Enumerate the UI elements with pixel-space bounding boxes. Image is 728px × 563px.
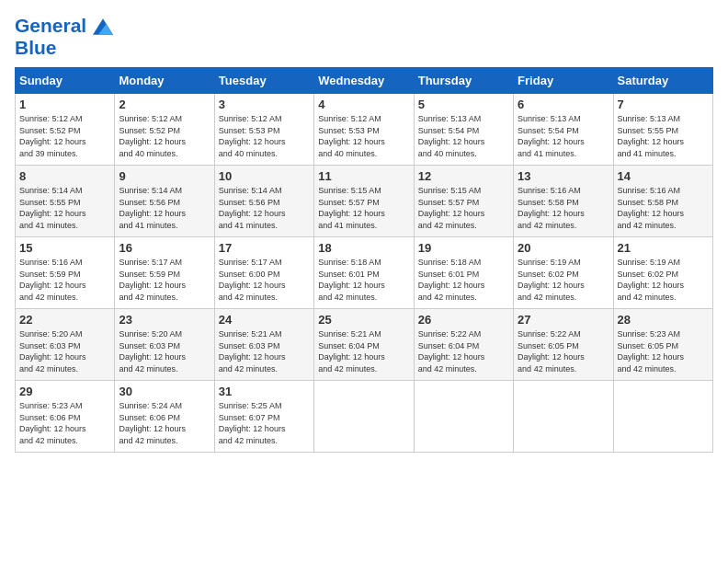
cell-info: Sunrise: 5:16 AMSunset: 5:58 PMDaylight:… bbox=[518, 186, 585, 230]
day-number: 3 bbox=[219, 98, 310, 111]
calendar-cell: 10 Sunrise: 5:14 AMSunset: 5:56 PMDaylig… bbox=[214, 166, 313, 237]
cell-info: Sunrise: 5:12 AMSunset: 5:53 PMDaylight:… bbox=[318, 114, 385, 158]
calendar-cell: 17 Sunrise: 5:17 AMSunset: 6:00 PMDaylig… bbox=[214, 237, 313, 309]
cell-info: Sunrise: 5:13 AMSunset: 5:54 PMDaylight:… bbox=[418, 114, 485, 158]
cell-info: Sunrise: 5:16 AMSunset: 5:58 PMDaylight:… bbox=[618, 186, 685, 230]
cell-info: Sunrise: 5:17 AMSunset: 5:59 PMDaylight:… bbox=[119, 258, 186, 302]
calendar-cell: 23 Sunrise: 5:20 AMSunset: 6:03 PMDaylig… bbox=[115, 309, 214, 381]
day-number: 27 bbox=[518, 313, 609, 327]
day-number: 19 bbox=[418, 241, 509, 255]
day-number: 11 bbox=[318, 169, 409, 183]
weekday-header-row: SundayMondayTuesdayWednesdayThursdayFrid… bbox=[16, 68, 713, 94]
cell-info: Sunrise: 5:23 AMSunset: 6:05 PMDaylight:… bbox=[618, 329, 685, 373]
calendar-cell: 1 Sunrise: 5:12 AMSunset: 5:52 PMDayligh… bbox=[16, 94, 115, 166]
day-number: 26 bbox=[418, 313, 509, 327]
calendar-week-row: 8 Sunrise: 5:14 AMSunset: 5:55 PMDayligh… bbox=[16, 166, 713, 237]
day-number: 22 bbox=[19, 313, 110, 327]
logo-icon bbox=[93, 18, 113, 35]
weekday-header-cell: Monday bbox=[115, 68, 214, 94]
logo-general: General bbox=[15, 15, 86, 36]
calendar-cell: 9 Sunrise: 5:14 AMSunset: 5:56 PMDayligh… bbox=[115, 166, 214, 237]
cell-info: Sunrise: 5:23 AMSunset: 6:06 PMDaylight:… bbox=[19, 401, 86, 445]
calendar-body: 1 Sunrise: 5:12 AMSunset: 5:52 PMDayligh… bbox=[16, 94, 713, 453]
day-number: 10 bbox=[219, 169, 310, 183]
day-number: 31 bbox=[219, 385, 310, 398]
calendar-cell: 27 Sunrise: 5:22 AMSunset: 6:05 PMDaylig… bbox=[514, 309, 613, 381]
cell-info: Sunrise: 5:22 AMSunset: 6:04 PMDaylight:… bbox=[418, 329, 485, 373]
cell-info: Sunrise: 5:19 AMSunset: 6:02 PMDaylight:… bbox=[518, 258, 585, 302]
day-number: 12 bbox=[418, 169, 509, 183]
logo-blue: Blue bbox=[15, 37, 113, 58]
weekday-header-cell: Wednesday bbox=[314, 68, 414, 94]
cell-info: Sunrise: 5:13 AMSunset: 5:55 PMDaylight:… bbox=[618, 114, 685, 158]
calendar-cell: 20 Sunrise: 5:19 AMSunset: 6:02 PMDaylig… bbox=[514, 237, 613, 309]
calendar-cell: 4 Sunrise: 5:12 AMSunset: 5:53 PMDayligh… bbox=[314, 94, 414, 166]
cell-info: Sunrise: 5:13 AMSunset: 5:54 PMDaylight:… bbox=[518, 114, 585, 158]
calendar-cell: 18 Sunrise: 5:18 AMSunset: 6:01 PMDaylig… bbox=[314, 237, 414, 309]
calendar-week-row: 22 Sunrise: 5:20 AMSunset: 6:03 PMDaylig… bbox=[16, 309, 713, 381]
cell-info: Sunrise: 5:19 AMSunset: 6:02 PMDaylight:… bbox=[618, 258, 685, 302]
day-number: 8 bbox=[19, 169, 110, 183]
cell-info: Sunrise: 5:20 AMSunset: 6:03 PMDaylight:… bbox=[119, 329, 186, 373]
cell-info: Sunrise: 5:25 AMSunset: 6:07 PMDaylight:… bbox=[219, 401, 286, 445]
cell-info: Sunrise: 5:18 AMSunset: 6:01 PMDaylight:… bbox=[318, 258, 385, 302]
day-number: 14 bbox=[618, 169, 709, 183]
calendar-cell: 29 Sunrise: 5:23 AMSunset: 6:06 PMDaylig… bbox=[16, 381, 115, 453]
calendar-cell: 25 Sunrise: 5:21 AMSunset: 6:04 PMDaylig… bbox=[314, 309, 414, 381]
calendar-cell: 26 Sunrise: 5:22 AMSunset: 6:04 PMDaylig… bbox=[414, 309, 513, 381]
calendar-cell: 16 Sunrise: 5:17 AMSunset: 5:59 PMDaylig… bbox=[115, 237, 214, 309]
calendar-cell: 6 Sunrise: 5:13 AMSunset: 5:54 PMDayligh… bbox=[514, 94, 613, 166]
cell-info: Sunrise: 5:21 AMSunset: 6:04 PMDaylight:… bbox=[318, 329, 385, 373]
day-number: 23 bbox=[119, 313, 210, 327]
day-number: 17 bbox=[219, 241, 310, 255]
day-number: 21 bbox=[618, 241, 709, 255]
calendar-cell: 31 Sunrise: 5:25 AMSunset: 6:07 PMDaylig… bbox=[214, 381, 313, 453]
weekday-header-cell: Sunday bbox=[16, 68, 115, 94]
cell-info: Sunrise: 5:14 AMSunset: 5:55 PMDaylight:… bbox=[19, 186, 86, 230]
day-number: 1 bbox=[19, 98, 110, 111]
cell-info: Sunrise: 5:14 AMSunset: 5:56 PMDaylight:… bbox=[219, 186, 286, 230]
calendar-cell bbox=[414, 381, 513, 453]
day-number: 29 bbox=[19, 385, 110, 398]
cell-info: Sunrise: 5:18 AMSunset: 6:01 PMDaylight:… bbox=[418, 258, 485, 302]
day-number: 9 bbox=[119, 169, 210, 183]
cell-info: Sunrise: 5:16 AMSunset: 5:59 PMDaylight:… bbox=[19, 258, 86, 302]
day-number: 30 bbox=[119, 385, 210, 398]
calendar-cell: 7 Sunrise: 5:13 AMSunset: 5:55 PMDayligh… bbox=[613, 94, 712, 166]
cell-info: Sunrise: 5:12 AMSunset: 5:52 PMDaylight:… bbox=[119, 114, 186, 158]
cell-info: Sunrise: 5:20 AMSunset: 6:03 PMDaylight:… bbox=[19, 329, 86, 373]
calendar-cell: 21 Sunrise: 5:19 AMSunset: 6:02 PMDaylig… bbox=[613, 237, 712, 309]
weekday-header-cell: Friday bbox=[514, 68, 613, 94]
calendar-cell bbox=[314, 381, 414, 453]
main-container: General Blue SundayMondayTuesdayWednesda… bbox=[0, 0, 728, 462]
calendar-cell: 19 Sunrise: 5:18 AMSunset: 6:01 PMDaylig… bbox=[414, 237, 513, 309]
calendar-table: SundayMondayTuesdayWednesdayThursdayFrid… bbox=[15, 67, 713, 453]
calendar-cell: 2 Sunrise: 5:12 AMSunset: 5:52 PMDayligh… bbox=[115, 94, 214, 166]
calendar-cell: 5 Sunrise: 5:13 AMSunset: 5:54 PMDayligh… bbox=[414, 94, 513, 166]
day-number: 6 bbox=[518, 98, 609, 111]
cell-info: Sunrise: 5:15 AMSunset: 5:57 PMDaylight:… bbox=[418, 186, 485, 230]
day-number: 16 bbox=[119, 241, 210, 255]
calendar-week-row: 29 Sunrise: 5:23 AMSunset: 6:06 PMDaylig… bbox=[16, 381, 713, 453]
day-number: 20 bbox=[518, 241, 609, 255]
weekday-header-cell: Tuesday bbox=[214, 68, 313, 94]
calendar-cell: 3 Sunrise: 5:12 AMSunset: 5:53 PMDayligh… bbox=[214, 94, 313, 166]
calendar-cell: 24 Sunrise: 5:21 AMSunset: 6:03 PMDaylig… bbox=[214, 309, 313, 381]
cell-info: Sunrise: 5:24 AMSunset: 6:06 PMDaylight:… bbox=[119, 401, 186, 445]
day-number: 15 bbox=[19, 241, 110, 255]
weekday-header-cell: Thursday bbox=[414, 68, 513, 94]
calendar-cell: 30 Sunrise: 5:24 AMSunset: 6:06 PMDaylig… bbox=[115, 381, 214, 453]
calendar-cell: 11 Sunrise: 5:15 AMSunset: 5:57 PMDaylig… bbox=[314, 166, 414, 237]
calendar-cell: 22 Sunrise: 5:20 AMSunset: 6:03 PMDaylig… bbox=[16, 309, 115, 381]
calendar-week-row: 15 Sunrise: 5:16 AMSunset: 5:59 PMDaylig… bbox=[16, 237, 713, 309]
calendar-cell bbox=[613, 381, 712, 453]
day-number: 2 bbox=[119, 98, 210, 111]
calendar-cell: 12 Sunrise: 5:15 AMSunset: 5:57 PMDaylig… bbox=[414, 166, 513, 237]
logo: General Blue bbox=[15, 15, 113, 58]
header: General Blue bbox=[15, 15, 713, 58]
calendar-cell: 28 Sunrise: 5:23 AMSunset: 6:05 PMDaylig… bbox=[613, 309, 712, 381]
day-number: 28 bbox=[618, 313, 709, 327]
day-number: 4 bbox=[318, 98, 409, 111]
cell-info: Sunrise: 5:17 AMSunset: 6:00 PMDaylight:… bbox=[219, 258, 286, 302]
day-number: 25 bbox=[318, 313, 409, 327]
